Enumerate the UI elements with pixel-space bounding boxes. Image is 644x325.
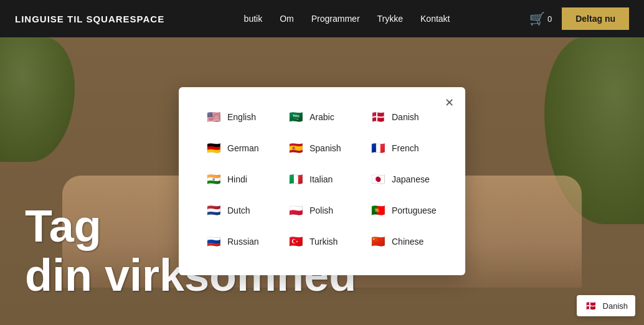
lang-item-japanese[interactable]: 🇯🇵Japanese <box>366 168 443 191</box>
danish-badge-label: Danish <box>603 301 628 311</box>
nav-right: 🛒 0 Deltag nu <box>529 7 629 30</box>
nav-link-butik[interactable]: butik <box>244 14 263 24</box>
lang-label-portuguese: Portuguese <box>392 205 437 215</box>
flag-japanese-icon: 🇯🇵 <box>369 171 387 188</box>
nav-link-om[interactable]: Om <box>280 14 294 24</box>
cart-count: 0 <box>547 14 552 24</box>
modal-close-button[interactable]: ✕ <box>445 96 454 110</box>
nav-link-trykke[interactable]: Trykke <box>377 14 403 24</box>
lang-label-french: French <box>392 143 419 153</box>
lang-item-russian[interactable]: 🇷🇺Russian <box>201 230 278 253</box>
flag-german-icon: 🇩🇪 <box>205 139 222 157</box>
flag-danish-icon: 🇩🇰 <box>369 108 387 126</box>
nav-link-kontakt[interactable]: Kontakt <box>420 14 450 24</box>
flag-english-icon: 🇺🇸 <box>205 108 222 126</box>
flag-dutch-icon: 🇳🇱 <box>205 202 222 219</box>
lang-label-japanese: Japanese <box>392 174 430 184</box>
lang-item-arabic[interactable]: 🇸🇦Arabic <box>283 106 361 128</box>
danish-badge[interactable]: 🇩🇰 Danish <box>577 295 635 316</box>
lang-item-spanish[interactable]: 🇪🇸Spanish <box>283 137 361 159</box>
cart-button[interactable]: 🛒 0 <box>529 11 552 26</box>
cta-button[interactable]: Deltag nu <box>562 7 629 30</box>
lang-item-turkish[interactable]: 🇹🇷Turkish <box>283 230 361 253</box>
danish-flag-icon: 🇩🇰 <box>584 299 598 313</box>
modal-overlay: ✕ 🇺🇸English🇸🇦Arabic🇩🇰Danish🇩🇪German🇪🇸Spa… <box>0 37 644 325</box>
logo: LINGUISE TIL SQUARESPACE <box>15 14 164 24</box>
lang-label-spanish: Spanish <box>310 143 341 153</box>
flag-portuguese-icon: 🇵🇹 <box>369 202 387 219</box>
flag-polish-icon: 🇵🇱 <box>287 202 305 219</box>
flag-french-icon: 🇫🇷 <box>369 139 387 157</box>
nav-links: butikOmProgrammerTrykkeKontakt <box>244 13 450 24</box>
flag-spanish-icon: 🇪🇸 <box>287 139 305 157</box>
lang-label-english: English <box>227 112 256 122</box>
flag-italian-icon: 🇮🇹 <box>287 171 305 188</box>
lang-item-dutch[interactable]: 🇳🇱Dutch <box>201 199 278 222</box>
lang-item-hindi[interactable]: 🇮🇳Hindi <box>201 168 278 191</box>
lang-label-italian: Italian <box>310 174 333 184</box>
lang-item-english[interactable]: 🇺🇸English <box>201 106 278 128</box>
navbar: LINGUISE TIL SQUARESPACE butikOmProgramm… <box>0 0 644 37</box>
lang-label-polish: Polish <box>310 205 333 215</box>
lang-label-turkish: Turkish <box>310 237 338 247</box>
cart-icon: 🛒 <box>529 11 545 26</box>
flag-arabic-icon: 🇸🇦 <box>287 108 305 126</box>
flag-chinese-icon: 🇨🇳 <box>369 233 387 250</box>
lang-item-portuguese[interactable]: 🇵🇹Portuguese <box>366 199 443 222</box>
lang-item-danish[interactable]: 🇩🇰Danish <box>366 106 443 128</box>
lang-item-french[interactable]: 🇫🇷French <box>366 137 443 159</box>
lang-item-chinese[interactable]: 🇨🇳Chinese <box>366 230 443 253</box>
lang-label-hindi: Hindi <box>227 174 247 184</box>
language-modal: ✕ 🇺🇸English🇸🇦Arabic🇩🇰Danish🇩🇪German🇪🇸Spa… <box>179 87 465 275</box>
lang-label-russian: Russian <box>227 237 259 247</box>
lang-label-danish: Danish <box>392 112 419 122</box>
flag-turkish-icon: 🇹🇷 <box>287 233 305 250</box>
language-grid: 🇺🇸English🇸🇦Arabic🇩🇰Danish🇩🇪German🇪🇸Spani… <box>201 106 443 253</box>
lang-label-german: German <box>227 143 259 153</box>
lang-label-chinese: Chinese <box>392 237 424 247</box>
lang-label-dutch: Dutch <box>227 205 250 215</box>
flag-russian-icon: 🇷🇺 <box>205 233 222 250</box>
nav-link-programmer[interactable]: Programmer <box>311 14 360 24</box>
lang-item-polish[interactable]: 🇵🇱Polish <box>283 199 361 222</box>
lang-item-german[interactable]: 🇩🇪German <box>201 137 278 159</box>
flag-hindi-icon: 🇮🇳 <box>205 171 222 188</box>
lang-item-italian[interactable]: 🇮🇹Italian <box>283 168 361 191</box>
lang-label-arabic: Arabic <box>310 112 334 122</box>
